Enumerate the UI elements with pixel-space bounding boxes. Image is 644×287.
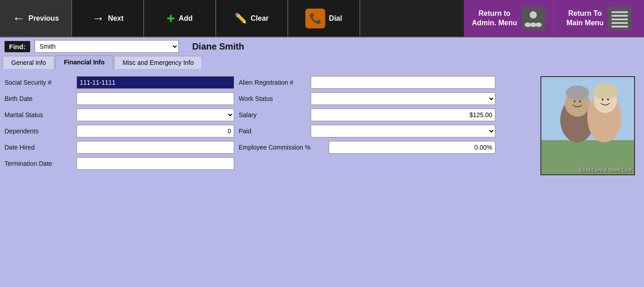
tabs: General Info Financial Info Misc and Eme… xyxy=(0,55,644,69)
form-right: Alien Registration # Work Status Full Ti… xyxy=(239,76,495,175)
find-bar: Find: Smith Diane Smith xyxy=(0,37,644,55)
svg-point-17 xyxy=(574,100,576,102)
field-row-alien: Alien Registration # xyxy=(239,76,495,89)
ssn-input[interactable] xyxy=(77,76,234,89)
main-menu-inner: Return To Main Menu xyxy=(567,7,632,30)
admin-menu-label: Return to Admin. Menu xyxy=(472,9,517,28)
admin-menu-button[interactable]: Return to Admin. Menu xyxy=(464,0,554,36)
find-input[interactable]: Smith xyxy=(35,40,179,53)
svg-rect-7 xyxy=(612,22,628,24)
workstatus-select[interactable]: Full Time Part Time xyxy=(311,92,495,105)
commission-label: Employee Commission % xyxy=(239,144,329,151)
toolbar-spacer xyxy=(360,0,464,36)
svg-rect-6 xyxy=(612,18,628,20)
alien-label: Alien Registration # xyxy=(239,79,311,86)
main-menu-button[interactable]: Return To Main Menu xyxy=(554,0,644,36)
svg-point-2 xyxy=(530,23,536,27)
datehired-label: Date Hired xyxy=(5,144,77,151)
alien-input[interactable] xyxy=(311,76,495,89)
pencil-icon: ✏️ xyxy=(235,13,247,24)
next-button[interactable]: → Next xyxy=(72,0,144,36)
clear-label: Clear xyxy=(250,14,268,23)
termdate-label: Termination Date xyxy=(5,160,77,167)
previous-label: Previous xyxy=(28,14,59,23)
paid-select[interactable]: Weekly Bi-Weekly Monthly xyxy=(311,125,495,137)
dial-label: Dial xyxy=(329,14,342,23)
arrow-left-icon: ← xyxy=(12,11,25,26)
field-row-commission: Employee Commission % xyxy=(239,141,495,154)
salary-label: Salary xyxy=(239,111,311,118)
plus-icon: + xyxy=(167,10,175,27)
phone-icon: 📞 xyxy=(305,9,325,28)
datehired-input[interactable] xyxy=(77,141,234,154)
admin-menu-inner: Return to Admin. Menu xyxy=(472,7,545,30)
commission-input[interactable] xyxy=(329,141,495,154)
arrow-right-icon: → xyxy=(92,11,104,26)
next-label: Next xyxy=(108,14,124,23)
toolbar: ← Previous → Next + Add ✏️ Clear 📞 Dial … xyxy=(0,0,644,37)
field-row-datehired: Date Hired xyxy=(5,141,234,154)
svg-point-19 xyxy=(602,99,603,100)
paid-label: Paid xyxy=(239,128,311,135)
field-row-salary: Salary xyxy=(239,109,495,121)
marital-label: Marital Status xyxy=(5,111,77,118)
clear-button[interactable]: ✏️ Clear xyxy=(216,0,288,36)
birthdate-input[interactable] xyxy=(77,92,234,105)
photo-area: Ed McClure & Vivien Cora xyxy=(495,76,639,175)
field-row-birthdate: Birth Date xyxy=(5,92,234,105)
tab-misc-emergency[interactable]: Misc and Emergency Info xyxy=(114,56,202,69)
form-area: Social Security # Birth Date Marital Sta… xyxy=(0,69,644,180)
svg-rect-4 xyxy=(612,11,628,13)
salary-input[interactable] xyxy=(311,109,495,121)
add-label: Add xyxy=(179,14,193,23)
field-row-termdate: Termination Date xyxy=(5,157,234,170)
svg-point-13 xyxy=(566,86,589,100)
content-area: Social Security # Birth Date Marital Sta… xyxy=(0,69,644,285)
dependents-label: Dependents xyxy=(5,128,77,135)
marital-select[interactable]: Single Married xyxy=(77,109,234,121)
field-row-dependents: Dependents xyxy=(5,125,234,137)
dial-button[interactable]: 📞 Dial xyxy=(288,0,360,36)
main-menu-label: Return To Main Menu xyxy=(567,9,604,28)
svg-point-16 xyxy=(593,83,618,100)
tab-general-info[interactable]: General Info xyxy=(3,56,54,69)
svg-point-20 xyxy=(607,99,609,100)
couple-photo-svg xyxy=(541,77,635,175)
svg-point-3 xyxy=(535,23,542,27)
admin-menu-icon xyxy=(522,7,545,30)
photo-inner: Ed McClure & Vivien Cora xyxy=(541,77,634,174)
svg-point-18 xyxy=(579,100,581,102)
svg-point-1 xyxy=(525,23,531,27)
previous-button[interactable]: ← Previous xyxy=(0,0,72,36)
add-button[interactable]: + Add xyxy=(144,0,216,36)
field-row-marital: Marital Status Single Married xyxy=(5,109,234,121)
photo-caption: Ed McClure & Vivien Cora xyxy=(579,168,631,173)
field-row-paid: Paid Weekly Bi-Weekly Monthly xyxy=(239,125,495,137)
field-row-ssn: Social Security # xyxy=(5,76,234,89)
find-label: Find: xyxy=(5,41,30,52)
svg-rect-5 xyxy=(612,15,628,17)
dependents-input[interactable] xyxy=(77,125,234,137)
ssn-label: Social Security # xyxy=(5,79,77,86)
tab-financial-info[interactable]: Financial Info xyxy=(55,55,113,69)
workstatus-label: Work Status xyxy=(239,95,311,102)
termdate-input[interactable] xyxy=(77,157,234,170)
svg-point-0 xyxy=(530,11,537,18)
photo-box: Ed McClure & Vivien Cora xyxy=(540,76,635,175)
employee-name: Diane Smith xyxy=(192,41,245,52)
form-left: Social Security # Birth Date Marital Sta… xyxy=(5,76,234,175)
main-menu-icon xyxy=(608,7,631,30)
svg-rect-8 xyxy=(612,26,628,27)
birthdate-label: Birth Date xyxy=(5,95,77,102)
field-row-workstatus: Work Status Full Time Part Time xyxy=(239,92,495,105)
